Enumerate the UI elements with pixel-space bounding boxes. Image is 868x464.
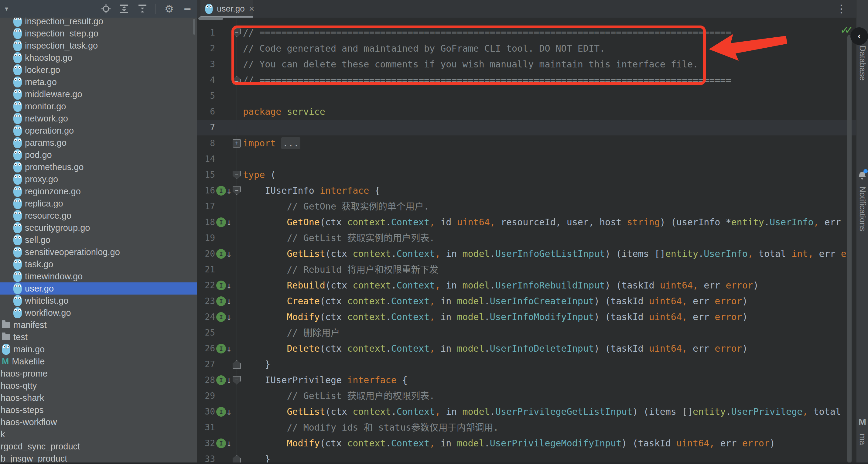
stripe-label-bottom-partial[interactable]: ma xyxy=(858,434,867,445)
tree-item-haos-prome[interactable]: haos-prome xyxy=(0,367,197,379)
collapse-all-icon[interactable] xyxy=(137,4,148,14)
tree-item-rgocd-sync-product[interactable]: rgocd_sync_product xyxy=(0,440,197,453)
fold-marker[interactable]: + xyxy=(232,139,241,148)
line-number: 30 xyxy=(197,404,215,420)
tree-item-operation-go[interactable]: operation.go xyxy=(0,124,197,137)
tree-item-workflow-go[interactable]: workflow.go xyxy=(0,307,197,319)
implemented-gutter-icon[interactable]: I xyxy=(216,186,226,195)
tree-item-whitelist-go[interactable]: whitelist.go xyxy=(0,295,197,307)
project-dropdown-chevron-icon[interactable]: ▾ xyxy=(5,5,8,13)
tree-item-haos-steps[interactable]: haos-steps xyxy=(0,404,197,416)
code-line-6[interactable]: 6package service xyxy=(197,104,857,120)
tree-item-monitor-go[interactable]: monitor.go xyxy=(0,100,197,112)
go-file-icon xyxy=(13,125,22,136)
tree-item-k[interactable]: k xyxy=(0,428,197,440)
expand-all-icon[interactable] xyxy=(119,4,129,14)
tree-item-task-go[interactable]: task.go xyxy=(0,258,197,270)
tree-item-timewindow-go[interactable]: timewindow.go xyxy=(0,270,197,282)
tree-item-resource-go[interactable]: resource.go xyxy=(0,210,197,222)
implemented-gutter-icon[interactable]: I xyxy=(216,249,226,259)
implemented-gutter-icon[interactable]: I xyxy=(216,312,226,322)
tree-item-replica-go[interactable]: replica.go xyxy=(0,197,197,210)
tree-item-prometheus-go[interactable]: prometheus.go xyxy=(0,161,197,173)
tree-item-params-go[interactable]: params.go xyxy=(0,137,197,149)
stripe-label-database[interactable]: Database xyxy=(858,45,867,81)
editor-options-kebab-icon[interactable]: ⋮ xyxy=(836,2,847,15)
tree-item-meta-go[interactable]: meta.go xyxy=(0,76,197,88)
implemented-gutter-icon[interactable]: I xyxy=(216,297,226,306)
code-line-23[interactable]: 23I↓ Create(ctx context.Context, in mode… xyxy=(197,293,857,309)
code-line-24[interactable]: 24I↓ Modify(ctx context.Context, in mode… xyxy=(197,309,857,325)
tree-item-manifest[interactable]: manifest xyxy=(0,319,197,331)
implemented-gutter-icon[interactable]: I xyxy=(216,375,226,385)
inspections-ok-icon[interactable]: ✓✓ xyxy=(840,24,848,36)
code-line-22[interactable]: 22I↓ Rebuild(ctx context.Context, in mod… xyxy=(197,278,857,293)
code-line-16[interactable]: 16I↓− IUserInfo interface { xyxy=(197,183,857,198)
notifications-bell-icon[interactable] xyxy=(857,169,868,181)
tree-item-haos-shark[interactable]: haos-shark xyxy=(0,392,197,404)
tree-item-proxy-go[interactable]: proxy.go xyxy=(0,173,197,185)
tree-item-inspection-step-go[interactable]: inspection_step.go xyxy=(0,27,197,39)
tree-item-locker-go[interactable]: locker.go xyxy=(0,64,197,76)
implemented-gutter-icon[interactable]: I xyxy=(216,281,226,290)
bottom-tool-window-icon[interactable]: M xyxy=(859,416,866,427)
tab-close-icon[interactable]: × xyxy=(249,4,254,14)
tree-item-middleware-go[interactable]: middleware.go xyxy=(0,88,197,100)
code-line-20[interactable]: 20I↓ GetList(ctx context.Context, in mod… xyxy=(197,246,857,262)
code-line-33[interactable]: 33 } xyxy=(197,451,857,464)
code-line-26[interactable]: 26I↓ Delete(ctx context.Context, in mode… xyxy=(197,341,857,357)
locate-target-icon[interactable] xyxy=(101,4,111,14)
code-line-7[interactable]: 7 xyxy=(197,120,857,135)
code-line-8[interactable]: 8+import ... xyxy=(197,135,857,151)
collapse-float-button[interactable]: ‹ xyxy=(850,27,868,45)
tree-item-haos-workflow[interactable]: haos-workflow xyxy=(0,416,197,428)
tree-item-haos-qtty[interactable]: haos-qtty xyxy=(0,379,197,392)
code-line-14[interactable]: 14 xyxy=(197,151,857,167)
code-line-31[interactable]: 31 // Modify ids 和 status参数仅用于内部调用. xyxy=(197,420,857,435)
fold-marker[interactable]: − xyxy=(232,186,241,195)
tree-item-inspection-task-go[interactable]: inspection_task.go xyxy=(0,39,197,52)
code-line-30[interactable]: 30I↓ GetList(ctx context.Context, in mod… xyxy=(197,404,857,420)
gear-icon[interactable]: ⚙ xyxy=(164,4,174,14)
code-line-18[interactable]: 18I↓ GetOne(ctx context.Context, id uint… xyxy=(197,214,857,230)
hide-panel-icon[interactable]: − xyxy=(182,4,192,14)
code-line-25[interactable]: 25 // 删除用户 xyxy=(197,325,857,341)
tree-item-regionzone-go[interactable]: regionzone.go xyxy=(0,185,197,197)
implemented-gutter-icon[interactable]: I xyxy=(216,217,226,227)
annotation-red-arrow xyxy=(708,29,790,63)
implemented-gutter-icon[interactable]: I xyxy=(216,344,226,353)
line-number: 27 xyxy=(197,357,215,372)
project-scrollbar-thumb[interactable] xyxy=(193,19,195,35)
tree-item-pod-go[interactable]: pod.go xyxy=(0,149,197,161)
code-line-21[interactable]: 21 // Rebuild 将用户和权限重新下发 xyxy=(197,262,857,278)
tree-item-securitygroup-go[interactable]: securitygroup.go xyxy=(0,222,197,234)
stripe-label-notifications[interactable]: Notifications xyxy=(858,186,867,231)
code-line-32[interactable]: 32I↓ Modify(ctx context.Context, in mode… xyxy=(197,435,857,451)
tree-item-main-go[interactable]: main.go xyxy=(0,343,197,355)
line-number: 2 xyxy=(197,41,215,57)
tree-item-sell-go[interactable]: sell.go xyxy=(0,234,197,246)
tree-item-khaoslog-go[interactable]: khaoslog.go xyxy=(0,52,197,64)
code-line-15[interactable]: 15−type ( xyxy=(197,167,857,183)
implemented-gutter-icon[interactable]: I xyxy=(216,407,226,416)
code-line-5[interactable]: 5 xyxy=(197,88,857,104)
implemented-gutter-icon[interactable]: I xyxy=(216,438,226,448)
tree-item-label: user.go xyxy=(25,284,54,293)
tree-item-network-go[interactable]: network.go xyxy=(0,112,197,124)
tree-item-Makefile[interactable]: MMakefile xyxy=(0,355,197,367)
fold-marker[interactable] xyxy=(232,360,241,369)
code-line-17[interactable]: 17 // GetOne 获取实例的单个用户. xyxy=(197,198,857,214)
code-line-19[interactable]: 19 // GetList 获取实例的用户列表. xyxy=(197,230,857,246)
editor-scrollbar[interactable] xyxy=(847,35,851,463)
fold-marker[interactable]: − xyxy=(232,376,241,384)
tree-item-sensitiveoperationlog-go[interactable]: sensitiveoperationlog.go xyxy=(0,246,197,258)
code-line-29[interactable]: 29 // GetList 获取用户的权限列表. xyxy=(197,388,857,404)
tree-item-user-go[interactable]: user.go xyxy=(0,282,197,295)
fold-marker[interactable]: − xyxy=(232,171,241,179)
go-file-icon xyxy=(205,4,213,14)
code-line-28[interactable]: 28I↓− IUserPrivilege interface { xyxy=(197,372,857,388)
code-line-27[interactable]: 27 } xyxy=(197,357,857,372)
tab-user-go[interactable]: user.go × xyxy=(200,0,253,18)
tree-item-test[interactable]: test xyxy=(0,331,197,343)
fold-marker[interactable] xyxy=(232,455,241,463)
